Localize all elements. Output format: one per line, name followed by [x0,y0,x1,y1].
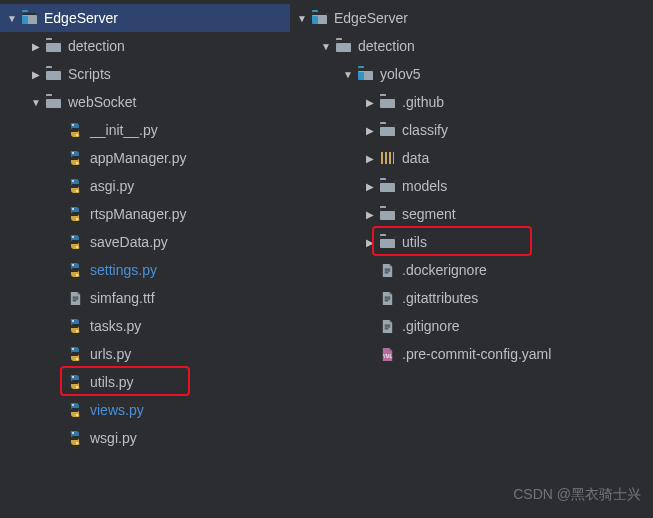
tree-item[interactable]: ▼webSocket [0,88,290,116]
svg-point-11 [76,218,78,220]
tree-item[interactable]: ▶models [290,172,653,200]
tree-item-label: utils.py [90,374,290,390]
svg-point-8 [76,190,78,192]
tree-item[interactable]: .gitignore [290,312,653,340]
tree-item-label: detection [68,38,290,54]
svg-rect-19 [72,298,78,299]
chevron-right-icon[interactable]: ▶ [362,234,378,250]
tree-item-label: .gitattributes [402,290,653,306]
folder-icon [44,65,62,83]
tree-item[interactable]: .gitattributes [290,284,653,312]
chevron-right-icon[interactable]: ▶ [362,122,378,138]
tree-item[interactable]: ▶detection [0,32,290,60]
folder-icon [378,177,396,195]
tree-item-label: .github [402,94,653,110]
tree-item-label: .pre-commit-config.yaml [402,346,653,362]
svg-point-35 [76,442,78,444]
svg-point-4 [72,152,74,154]
folder-icon [20,9,38,27]
folder-icon [356,65,374,83]
tree-item[interactable]: __init__.py [0,116,290,144]
python-file-icon [66,233,84,251]
tree-item[interactable]: ▼yolov5 [290,60,653,88]
svg-point-23 [76,330,78,332]
svg-point-13 [72,236,74,238]
python-file-icon [66,373,84,391]
tree-item[interactable]: appManager.py [0,144,290,172]
file-tree-left[interactable]: ▼ EdgeServer ▶detection▶Scripts▼webSocke… [0,0,290,518]
svg-rect-39 [384,296,390,297]
svg-point-31 [72,404,74,406]
watermark-text: CSDN @黑衣骑士兴 [513,486,641,504]
tree-item[interactable]: urls.py [0,340,290,368]
python-file-icon [66,345,84,363]
svg-rect-44 [384,328,388,329]
python-file-icon [66,317,84,335]
tree-root-left[interactable]: ▼ EdgeServer [0,4,290,32]
svg-point-16 [72,264,74,266]
tree-item[interactable]: ▶data [290,144,653,172]
tree-item-label: detection [358,38,653,54]
tree-item[interactable]: tasks.py [0,312,290,340]
tree-item[interactable]: views.py [0,396,290,424]
tree-root-right[interactable]: ▼ EdgeServer [290,4,653,32]
tree-item[interactable]: wsgi.py [0,424,290,452]
tree-item[interactable]: asgi.py [0,172,290,200]
tree-item[interactable]: saveData.py [0,228,290,256]
chevron-right-icon[interactable]: ▶ [362,150,378,166]
yaml-file-icon: YML [378,345,396,363]
python-file-icon [66,177,84,195]
chevron-right-icon[interactable]: ▶ [362,206,378,222]
chevron-right-icon[interactable]: ▶ [362,94,378,110]
chevron-down-icon[interactable]: ▼ [340,66,356,82]
svg-point-29 [76,386,78,388]
python-file-icon [66,261,84,279]
tree-item-label: appManager.py [90,150,290,166]
svg-rect-36 [384,268,390,269]
folder-icon [378,93,396,111]
tree-item[interactable]: settings.py [0,256,290,284]
tree-item[interactable]: ▶.github [290,88,653,116]
chevron-right-icon[interactable]: ▶ [28,38,44,54]
folder-icon [378,233,396,251]
chevron-down-icon[interactable]: ▼ [28,94,44,110]
svg-rect-40 [384,298,390,299]
tree-item[interactable]: ▶utils [290,228,653,256]
chevron-down-icon[interactable]: ▼ [318,38,334,54]
file-icon [66,289,84,307]
tree-item[interactable]: utils.py [0,368,290,396]
python-file-icon [66,429,84,447]
tree-item-label: wsgi.py [90,430,290,446]
file-icon [378,317,396,335]
svg-rect-42 [384,324,390,325]
folder-icon [44,93,62,111]
tree-item[interactable]: ▼detection [290,32,653,60]
tree-item-label: rtspManager.py [90,206,290,222]
data-folder-icon [378,149,396,167]
tree-item[interactable]: .dockerignore [290,256,653,284]
tree-item[interactable]: rtspManager.py [0,200,290,228]
tree-item[interactable]: ▶Scripts [0,60,290,88]
chevron-right-icon[interactable]: ▶ [362,178,378,194]
svg-point-25 [72,348,74,350]
tree-item[interactable]: simfang.ttf [0,284,290,312]
chevron-right-icon[interactable]: ▶ [28,66,44,82]
svg-text:YML: YML [382,354,392,359]
folder-icon [44,37,62,55]
tree-item-label: __init__.py [90,122,290,138]
tree-item-label: EdgeServer [334,10,653,26]
svg-point-14 [76,246,78,248]
tree-item[interactable]: ▶segment [290,200,653,228]
svg-rect-43 [384,326,390,327]
folder-icon [334,37,352,55]
tree-item-label: settings.py [90,262,290,278]
tree-item-label: urls.py [90,346,290,362]
tree-item[interactable]: YML.pre-commit-config.yaml [290,340,653,368]
folder-icon [378,205,396,223]
file-tree-right[interactable]: ▼ EdgeServer ▼detection▼yolov5▶.github▶c… [290,0,653,518]
python-file-icon [66,149,84,167]
tree-item-label: simfang.ttf [90,290,290,306]
tree-item-label: yolov5 [380,66,653,82]
tree-item[interactable]: ▶classify [290,116,653,144]
tree-item-label: segment [402,206,653,222]
